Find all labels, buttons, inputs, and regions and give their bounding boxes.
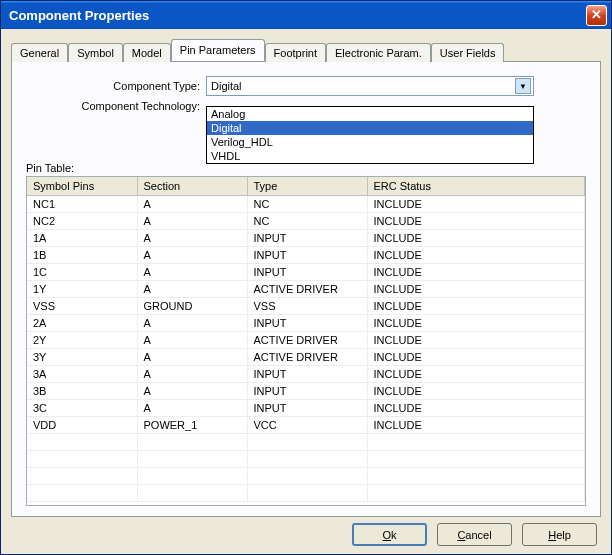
table-cell[interactable]: 1Y (27, 280, 137, 297)
table-cell[interactable]: A (137, 246, 247, 263)
table-row[interactable]: 1CAINPUTINCLUDE (27, 263, 585, 280)
table-cell[interactable] (137, 433, 247, 450)
table-cell[interactable]: INCLUDE (367, 195, 585, 212)
table-cell[interactable]: 2A (27, 314, 137, 331)
table-row[interactable]: 3CAINPUTINCLUDE (27, 399, 585, 416)
table-row[interactable] (27, 484, 585, 501)
table-cell[interactable]: INCLUDE (367, 246, 585, 263)
table-cell[interactable]: INPUT (247, 314, 367, 331)
table-row[interactable]: 3AAINPUTINCLUDE (27, 365, 585, 382)
table-cell[interactable]: INCLUDE (367, 399, 585, 416)
table-cell[interactable] (247, 433, 367, 450)
table-row[interactable] (27, 450, 585, 467)
dropdown-option-digital[interactable]: Digital (207, 121, 533, 135)
table-cell[interactable] (27, 433, 137, 450)
chevron-down-icon[interactable]: ▼ (515, 78, 531, 94)
table-cell[interactable] (367, 467, 585, 484)
table-row[interactable]: NC2ANCINCLUDE (27, 212, 585, 229)
combo-box[interactable]: Digital ▼ (206, 76, 534, 96)
ok-button[interactable]: Ok (352, 523, 427, 546)
table-cell[interactable] (367, 433, 585, 450)
table-cell[interactable]: POWER_1 (137, 416, 247, 433)
table-cell[interactable]: INCLUDE (367, 212, 585, 229)
tab-user-fields[interactable]: User Fields (431, 43, 505, 62)
table-cell[interactable]: INCLUDE (367, 365, 585, 382)
table-cell[interactable] (27, 467, 137, 484)
table-cell[interactable]: INCLUDE (367, 382, 585, 399)
table-cell[interactable]: 3C (27, 399, 137, 416)
tab-general[interactable]: General (11, 43, 68, 62)
table-cell[interactable]: INPUT (247, 365, 367, 382)
table-cell[interactable]: GROUND (137, 297, 247, 314)
table-cell[interactable]: INCLUDE (367, 263, 585, 280)
table-cell[interactable] (27, 484, 137, 501)
table-cell[interactable] (247, 450, 367, 467)
table-cell[interactable]: A (137, 348, 247, 365)
table-cell[interactable] (367, 484, 585, 501)
table-cell[interactable]: INCLUDE (367, 280, 585, 297)
table-cell[interactable] (137, 484, 247, 501)
table-cell[interactable]: INPUT (247, 382, 367, 399)
table-row[interactable]: NC1ANCINCLUDE (27, 195, 585, 212)
table-row[interactable]: 1BAINPUTINCLUDE (27, 246, 585, 263)
table-cell[interactable]: INCLUDE (367, 348, 585, 365)
table-cell[interactable] (137, 450, 247, 467)
table-row[interactable] (27, 467, 585, 484)
table-cell[interactable]: A (137, 263, 247, 280)
tab-model[interactable]: Model (123, 43, 171, 62)
tab-symbol[interactable]: Symbol (68, 43, 123, 62)
table-cell[interactable]: INPUT (247, 229, 367, 246)
table-row[interactable]: 3YAACTIVE DRIVERINCLUDE (27, 348, 585, 365)
table-cell[interactable]: A (137, 229, 247, 246)
table-cell[interactable]: INCLUDE (367, 331, 585, 348)
table-cell[interactable]: NC1 (27, 195, 137, 212)
col-type[interactable]: Type (247, 177, 367, 195)
dropdown-option-verilog-hdl[interactable]: Verilog_HDL (207, 135, 533, 149)
table-cell[interactable]: INCLUDE (367, 229, 585, 246)
table-cell[interactable]: A (137, 280, 247, 297)
dropdown-option-analog[interactable]: Analog (207, 107, 533, 121)
table-cell[interactable]: INPUT (247, 399, 367, 416)
col-erc-status[interactable]: ERC Status (367, 177, 585, 195)
table-cell[interactable]: 1B (27, 246, 137, 263)
tab-pin-parameters[interactable]: Pin Parameters (171, 39, 265, 61)
table-cell[interactable]: A (137, 331, 247, 348)
table-cell[interactable]: A (137, 365, 247, 382)
table-cell[interactable]: A (137, 195, 247, 212)
table-cell[interactable]: NC2 (27, 212, 137, 229)
table-cell[interactable]: NC (247, 212, 367, 229)
table-cell[interactable]: 3Y (27, 348, 137, 365)
table-row[interactable]: 3BAINPUTINCLUDE (27, 382, 585, 399)
table-cell[interactable]: INPUT (247, 263, 367, 280)
tab-electronic-param[interactable]: Electronic Param. (326, 43, 431, 62)
table-cell[interactable]: 1A (27, 229, 137, 246)
table-cell[interactable] (137, 467, 247, 484)
table-cell[interactable] (247, 467, 367, 484)
component-type-combo[interactable]: Digital ▼ (206, 76, 534, 96)
table-cell[interactable]: 3B (27, 382, 137, 399)
table-row[interactable]: 2YAACTIVE DRIVERINCLUDE (27, 331, 585, 348)
table-cell[interactable]: 1C (27, 263, 137, 280)
table-cell[interactable]: VSS (247, 297, 367, 314)
table-cell[interactable]: INCLUDE (367, 416, 585, 433)
table-cell[interactable]: A (137, 314, 247, 331)
table-row[interactable]: VDDPOWER_1VCCINCLUDE (27, 416, 585, 433)
table-cell[interactable]: INCLUDE (367, 314, 585, 331)
col-section[interactable]: Section (137, 177, 247, 195)
dropdown-option-vhdl[interactable]: VHDL (207, 149, 533, 163)
table-row[interactable]: 1AAINPUTINCLUDE (27, 229, 585, 246)
col-symbol-pins[interactable]: Symbol Pins (27, 177, 137, 195)
tab-footprint[interactable]: Footprint (265, 43, 326, 62)
cancel-button[interactable]: Cancel (437, 523, 512, 546)
table-cell[interactable]: INCLUDE (367, 297, 585, 314)
close-button[interactable]: ✕ (586, 5, 607, 26)
table-cell[interactable]: ACTIVE DRIVER (247, 348, 367, 365)
table-cell[interactable]: ACTIVE DRIVER (247, 331, 367, 348)
table-cell[interactable] (247, 484, 367, 501)
table-cell[interactable]: INPUT (247, 246, 367, 263)
table-cell[interactable]: VCC (247, 416, 367, 433)
help-button[interactable]: Help (522, 523, 597, 546)
table-cell[interactable] (27, 450, 137, 467)
table-cell[interactable]: VDD (27, 416, 137, 433)
table-cell[interactable]: VSS (27, 297, 137, 314)
